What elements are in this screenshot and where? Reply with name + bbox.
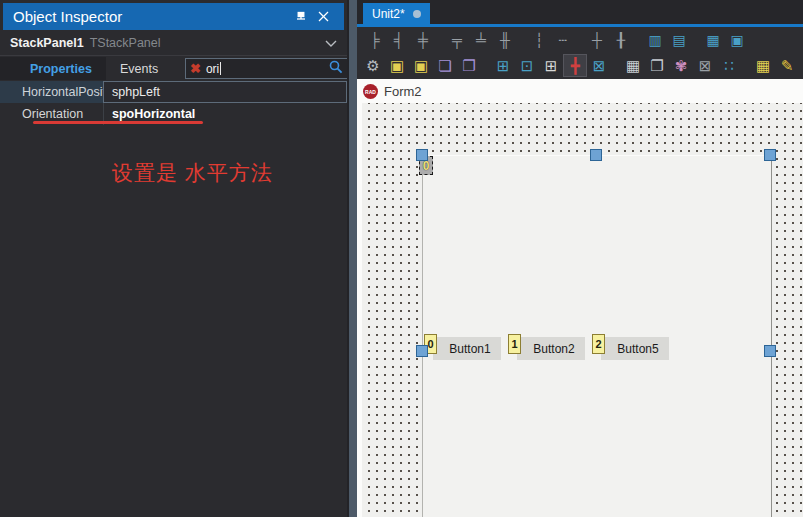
search-icon[interactable] xyxy=(329,60,343,78)
stackpanel-control[interactable]: 0Button11Button22Button5 xyxy=(422,155,772,517)
size-to-grid-icon[interactable]: ⊡ xyxy=(515,54,539,77)
property-value-editor[interactable]: sphpLeft xyxy=(103,81,347,103)
object-inspector-title: Object Inspector xyxy=(13,8,290,25)
scale-icon[interactable]: ⊞ xyxy=(539,54,563,77)
rad-logo-icon: RAD xyxy=(363,84,378,99)
align-bottom-edges-icon[interactable]: ╧ xyxy=(469,29,493,50)
align-top-edges-icon[interactable]: ╤ xyxy=(445,29,469,50)
send-to-back-icon[interactable]: ❐ xyxy=(457,54,481,77)
make-same-width-icon[interactable]: ▥ xyxy=(643,29,667,50)
tab-order-dialog-icon[interactable]: ▣ xyxy=(385,54,409,77)
align-right-edges-icon[interactable]: ╡ xyxy=(387,29,411,50)
selected-object-name: StackPanel1 xyxy=(10,36,84,50)
reorder-controls-icon[interactable]: ⇅ xyxy=(799,54,803,77)
button-label: Button5 xyxy=(617,342,658,356)
close-icon[interactable] xyxy=(312,6,334,28)
tab-label: Unit2* xyxy=(372,7,405,21)
editor-tabbar: Unit2* xyxy=(357,0,803,24)
stackpanel-children: 0Button11Button22Button5 xyxy=(433,337,669,360)
paste-icon[interactable]: ✾ xyxy=(669,54,693,77)
center-vertically-in-window-icon[interactable]: ┼ xyxy=(585,29,609,50)
align-to-grid-icon[interactable]: ⊞ xyxy=(491,54,515,77)
view-as-grid-icon[interactable]: ▦ xyxy=(621,54,645,77)
object-selector-dropdown[interactable]: StackPanel1 TStackPanel xyxy=(0,30,347,56)
space-equally-horizontal-icon[interactable]: ┄ xyxy=(551,29,575,50)
space-equally-vertical-icon[interactable]: ┆ xyxy=(527,29,551,50)
pin-icon[interactable] xyxy=(290,6,312,28)
gear-icon[interactable]: ⚙ xyxy=(361,54,385,77)
tab-properties[interactable]: Properties xyxy=(0,57,106,80)
make-same-height-icon[interactable]: ▤ xyxy=(667,29,691,50)
selection-handle-middle-right[interactable] xyxy=(764,345,776,357)
search-query-text: ori xyxy=(206,62,219,76)
chinese-annotation-text: 设置是 水平方法 xyxy=(112,159,273,187)
property-search-input[interactable]: ✖ ori xyxy=(185,58,348,79)
bring-to-front-icon[interactable]: ❏ xyxy=(433,54,457,77)
grid-dots-icon[interactable]: ∷ xyxy=(717,54,741,77)
form-title: Form2 xyxy=(384,84,422,99)
property-name: Orientation xyxy=(0,107,103,121)
text-caret xyxy=(220,62,221,75)
align-left-edges-icon[interactable]: ╞ xyxy=(363,29,387,50)
center-horizontally-in-window-icon[interactable]: ╂ xyxy=(609,29,633,50)
chevron-down-icon[interactable] xyxy=(325,34,337,52)
form-header: RAD Form2 xyxy=(363,84,422,99)
clear-search-icon[interactable]: ✖ xyxy=(190,61,201,76)
object-inspector-titlebar: Object Inspector xyxy=(3,3,344,30)
tab-events[interactable]: Events xyxy=(120,62,158,76)
designer-toolbar: ⚙▣▣❏❐⊞⊡⊞╋⊠▦❐✾⊠∷▦✎⇅0 xyxy=(357,52,803,79)
object-inspector-panel: Object Inspector StackPanel1 TStackPanel… xyxy=(0,0,347,517)
size-constraints-icon[interactable]: ▣ xyxy=(725,29,749,50)
button-label: Button1 xyxy=(449,342,490,356)
selection-handle-top-center[interactable] xyxy=(590,149,602,161)
snap-to-grid-icon[interactable]: ▦ xyxy=(751,54,775,77)
selection-handle-top-right[interactable] xyxy=(764,149,776,161)
modified-dot-icon xyxy=(413,10,421,18)
property-row-horizontalposition[interactable]: HorizontalPositi sphpLeft xyxy=(0,81,347,103)
selection-handle-middle-left[interactable] xyxy=(416,345,428,357)
creation-order-icon[interactable]: ▣ xyxy=(409,54,433,77)
copy-icon[interactable]: ❐ xyxy=(645,54,669,77)
designed-button-button5[interactable]: 2Button5 xyxy=(601,337,669,360)
tab-unit2[interactable]: Unit2* xyxy=(363,3,430,24)
taborder-badge: 1 xyxy=(508,334,521,354)
align-vertical-centers-icon[interactable]: ╫ xyxy=(493,29,517,50)
lock-controls-icon[interactable]: ⊠ xyxy=(587,54,611,77)
button-label: Button2 xyxy=(533,342,574,356)
align-horizontal-centers-icon[interactable]: ╪ xyxy=(411,29,435,50)
alignment-toolbar: ╞╡╪╤╧╫┆┄┼╂▥▤▦▣ xyxy=(357,27,803,52)
red-underline-annotation xyxy=(33,121,203,124)
snap-lines-icon[interactable]: ╋ xyxy=(563,54,587,77)
property-name: HorizontalPositi xyxy=(0,85,103,99)
selection-handle-top-left[interactable] xyxy=(416,149,428,161)
make-same-size-icon[interactable]: ▦ xyxy=(701,29,725,50)
designed-button-button1[interactable]: 0Button1 xyxy=(433,337,501,360)
panel-splitter[interactable] xyxy=(347,0,357,517)
selected-object-type: TStackPanel xyxy=(90,36,325,50)
select-region-icon[interactable]: ⊠ xyxy=(693,54,717,77)
taborder-badge: 2 xyxy=(592,334,605,354)
designed-button-button2[interactable]: 1Button2 xyxy=(517,337,585,360)
style-wand-icon[interactable]: ✎ xyxy=(775,54,799,77)
